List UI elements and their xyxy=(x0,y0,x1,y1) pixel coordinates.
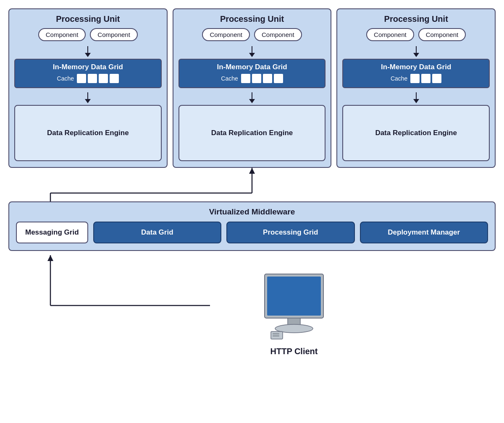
pu3-cache-row: Cache xyxy=(391,74,441,83)
pu1-cache-box-4 xyxy=(110,74,119,83)
pu3-inmemory-grid: In-Memory Data Grid Cache xyxy=(342,59,490,88)
pu3-title: Processing Unit xyxy=(384,14,448,24)
middleware-items-row: Messaging Grid Data Grid Processing Grid… xyxy=(16,222,488,243)
pu2-title: Processing Unit xyxy=(220,14,284,24)
pu3-arrow-1 xyxy=(413,46,419,57)
http-client-label: HTTP Client xyxy=(270,347,318,356)
pu2-replication-title: Data Replication Engine xyxy=(211,128,293,138)
processing-unit-1: Processing Unit Component Component In-M… xyxy=(8,8,168,168)
svg-rect-13 xyxy=(273,335,279,337)
middleware-title: Virtualized Middleware xyxy=(16,207,488,217)
pu1-cache-box-1 xyxy=(77,74,86,83)
pu1-cache-label: Cache xyxy=(57,75,74,82)
pu1-components: Component Component xyxy=(38,28,138,41)
svg-marker-1 xyxy=(249,168,255,174)
pu3-arrow-2 xyxy=(413,92,419,103)
pu2-cache-box-4 xyxy=(274,74,283,83)
pu3-replication-title: Data Replication Engine xyxy=(375,128,457,138)
pu1-replication-engine: Data Replication Engine xyxy=(14,105,162,161)
pu3-cache-box-2 xyxy=(421,74,430,83)
pu1-title: Processing Unit xyxy=(56,14,120,24)
pu2-inmemory-grid: In-Memory Data Grid Cache xyxy=(178,59,326,88)
pu2-cache-box-1 xyxy=(241,74,250,83)
pu2-components: Component Component xyxy=(202,28,302,41)
pu3-component-2: Component xyxy=(418,28,466,41)
pu1-inmemory-title: In-Memory Data Grid xyxy=(53,63,123,71)
pu1-cache-row: Cache xyxy=(57,74,119,83)
processing-units-row: Processing Unit Component Component In-M… xyxy=(8,8,496,168)
pu1-cache-box-2 xyxy=(88,74,97,83)
virtualized-middleware: Virtualized Middleware Messaging Grid Da… xyxy=(8,201,496,251)
computer-icon xyxy=(252,272,336,343)
pu2-cache-row: Cache xyxy=(221,74,283,83)
pu2-cache-box-2 xyxy=(252,74,261,83)
pu3-components: Component Component xyxy=(366,28,466,41)
pu3-component-1: Component xyxy=(366,28,414,41)
pu1-arrow-2 xyxy=(85,92,91,103)
pu1-inmemory-grid: In-Memory Data Grid Cache xyxy=(14,59,162,88)
pu1-component-1: Component xyxy=(38,28,86,41)
pu1-component-2: Component xyxy=(90,28,138,41)
processing-grid: Processing Grid xyxy=(226,222,354,243)
pu2-component-2: Component xyxy=(254,28,302,41)
deployment-manager: Deployment Manager xyxy=(360,222,488,243)
pu1-arrow-1 xyxy=(85,46,91,57)
pu2-cache-box-3 xyxy=(263,74,272,83)
pu1-replication-title: Data Replication Engine xyxy=(47,128,129,138)
pu3-inmemory-title: In-Memory Data Grid xyxy=(381,63,451,71)
connector-lines-svg xyxy=(8,168,496,201)
http-client-container: HTTP Client xyxy=(92,272,496,356)
pu3-cache-label: Cache xyxy=(391,75,407,82)
processing-unit-2: Processing Unit Component Component In-M… xyxy=(173,8,332,168)
data-grid: Data Grid xyxy=(93,222,221,243)
pu2-replication-engine: Data Replication Engine xyxy=(178,105,326,161)
processing-unit-3: Processing Unit Component Component In-M… xyxy=(336,8,496,168)
pu3-replication-engine: Data Replication Engine xyxy=(342,105,490,161)
pu3-cache-box-3 xyxy=(432,74,441,83)
pu2-cache-label: Cache xyxy=(221,75,238,82)
pu2-inmemory-title: In-Memory Data Grid xyxy=(217,63,287,71)
svg-marker-6 xyxy=(47,255,53,261)
pu2-component-1: Component xyxy=(202,28,250,41)
pu3-cache-box-1 xyxy=(410,74,420,83)
pu1-cache-box-3 xyxy=(99,74,108,83)
pu2-arrow-2 xyxy=(249,92,255,103)
svg-rect-12 xyxy=(273,333,279,334)
pu2-arrow-1 xyxy=(249,46,255,57)
svg-rect-8 xyxy=(267,277,321,316)
messaging-grid: Messaging Grid xyxy=(16,222,88,243)
